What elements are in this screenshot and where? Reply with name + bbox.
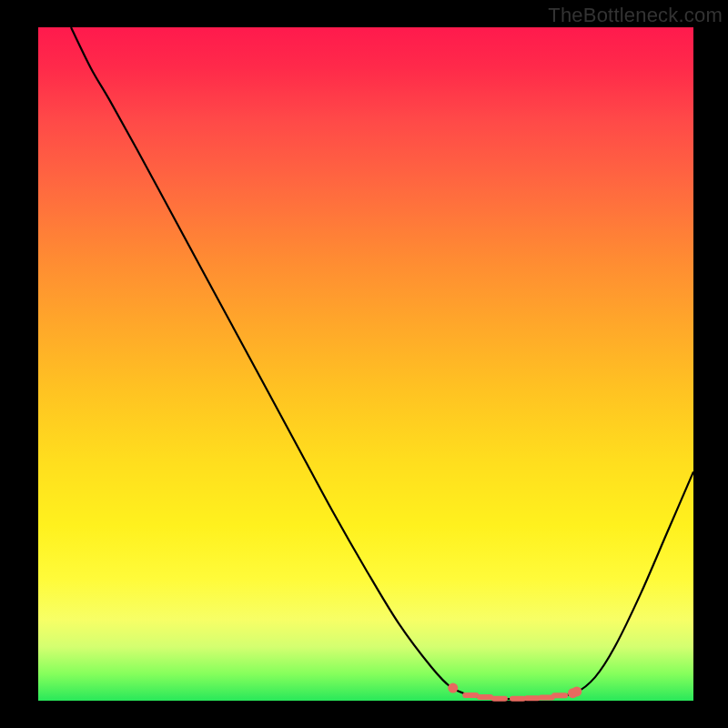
- highlight-dot: [448, 683, 458, 693]
- highlight-group: [448, 683, 581, 699]
- curve-path: [71, 27, 693, 699]
- watermark-text: TheBottleneck.com: [548, 4, 723, 27]
- chart-container: TheBottleneck.com: [0, 0, 728, 728]
- curve-svg: [38, 27, 693, 701]
- highlight-dot: [571, 686, 581, 696]
- plot-area: [38, 27, 693, 701]
